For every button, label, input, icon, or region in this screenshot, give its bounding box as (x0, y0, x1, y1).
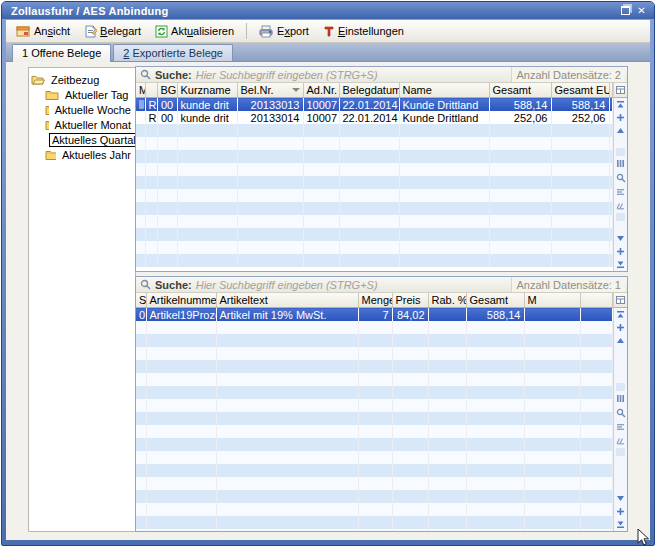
restore-window-button[interactable] (618, 5, 631, 17)
empty-cell (146, 490, 216, 503)
scroll-track[interactable] (614, 137, 627, 232)
empty-cell (358, 503, 392, 516)
column-header-rabatt[interactable]: Rab. % (428, 293, 466, 308)
empty-cell (303, 137, 339, 150)
empty-row (136, 464, 613, 477)
column-header-gesamt[interactable]: Gesamt (489, 83, 551, 98)
scroll-add-button-2[interactable] (615, 506, 626, 517)
scroll-up-button[interactable] (615, 125, 626, 136)
export-button[interactable]: Export (253, 22, 315, 41)
empty-cell (609, 124, 613, 137)
grid-zoom-button[interactable] (615, 407, 626, 418)
tree-root-zeitbezug[interactable]: Zeitbezug (31, 72, 133, 87)
empty-cell (466, 477, 524, 490)
column-header-kurzname[interactable]: Kurzname (177, 83, 237, 98)
tree-item-aktuelles-jahr[interactable]: Aktuelles Jahr (45, 147, 133, 162)
cell: 252,06 (489, 111, 551, 124)
tree-item-aktuelle-woche[interactable]: Aktuelle Woche (45, 102, 133, 117)
einstellungen-button[interactable]: Einstellungen (317, 22, 410, 41)
magnifier-icon (616, 408, 626, 418)
column-chooser-button[interactable] (614, 293, 627, 308)
table-row[interactable]: R 00 kunde drit 20133014 10007 22.01.201… (136, 111, 613, 124)
column-chooser-button[interactable] (614, 83, 627, 98)
empty-cell (136, 464, 146, 477)
tree-item-aktueller-monat[interactable]: Aktueller Monat (45, 117, 133, 132)
empty-cell (145, 150, 157, 163)
column-header-gesamt[interactable]: Gesamt (466, 293, 524, 308)
column-header-m[interactable]: M (136, 83, 145, 98)
column-header-s[interactable]: S (136, 293, 146, 308)
scroll-down-button[interactable] (615, 233, 626, 244)
close-window-button[interactable]: ✕ (635, 5, 648, 17)
empty-cell (146, 399, 216, 412)
empty-cell (177, 189, 237, 202)
empty-cell (580, 477, 613, 490)
scroll-track[interactable] (614, 347, 627, 492)
empty-cell (428, 529, 466, 531)
cell (524, 308, 580, 322)
empty-cell (237, 176, 303, 189)
column-header-belnr[interactable]: Bel.Nr. (237, 83, 303, 98)
scroll-add-button-2[interactable] (615, 246, 626, 257)
documents-search-bar[interactable]: Suche: Hier Suchbegriff eingeben (STRG+S… (136, 67, 627, 83)
scroll-down-button[interactable] (615, 493, 626, 504)
scroll-up-button[interactable] (615, 335, 626, 346)
empty-cell (392, 347, 428, 360)
belegart-button[interactable]: Belegart (78, 22, 147, 41)
ansicht-button[interactable]: Ansicht (10, 22, 76, 41)
empty-cell (358, 360, 392, 373)
grid-tool-button-2[interactable] (615, 435, 626, 446)
empty-cell (216, 516, 358, 529)
empty-row (136, 254, 613, 267)
empty-cell (146, 360, 216, 373)
grid-tool-button-1[interactable] (615, 421, 626, 432)
empty-cell (146, 425, 216, 438)
grid-columns-button[interactable] (615, 158, 626, 169)
column-header-bg[interactable]: BG (157, 83, 177, 98)
tab-exportierte-belege[interactable]: 2 Exportierte Belege (113, 44, 233, 61)
scroll-first-button[interactable] (615, 99, 626, 110)
empty-cell (466, 321, 524, 334)
column-header-menge[interactable]: Menge (358, 293, 392, 308)
empty-cell (551, 124, 609, 137)
column-header-preis[interactable]: Preis (392, 293, 428, 308)
scroll-add-button[interactable] (615, 322, 626, 333)
tree-item-aktueller-tag[interactable]: Aktueller Tag (45, 87, 133, 102)
empty-cell (428, 477, 466, 490)
empty-cell (392, 360, 428, 373)
column-header-artikeltext[interactable]: Artikeltext (216, 293, 358, 308)
empty-cell (136, 477, 146, 490)
aktualisieren-button[interactable]: Aktualisieren (149, 22, 240, 41)
table-row[interactable]: R 00 kunde drit 20133013 10007 22.01.201… (136, 98, 613, 112)
grid-zoom-button[interactable] (615, 172, 626, 183)
column-header-belegdatum[interactable]: Belegdatum (339, 83, 399, 98)
empty-cell (136, 503, 146, 516)
empty-cell (146, 516, 216, 529)
column-header-name[interactable]: Name (399, 83, 489, 98)
tree-item-aktuelles-quartal[interactable]: Aktuelles Quartal (45, 132, 133, 147)
items-search-bar[interactable]: Suche: Hier Suchbegriff eingeben (STRG+S… (136, 277, 627, 293)
tab-offene-belege[interactable]: 1 Offene Belege (12, 44, 111, 62)
scroll-last-button[interactable] (615, 259, 626, 270)
empty-cell (428, 360, 466, 373)
search-label: Suche: (155, 69, 192, 81)
grid-columns-button[interactable] (615, 393, 626, 404)
column-header-gesamt-eur[interactable]: Gesamt EUR (551, 83, 609, 98)
grid-tool-button-1[interactable] (615, 186, 626, 197)
scroll-first-button[interactable] (615, 309, 626, 320)
empty-cell (551, 137, 609, 150)
column-header-adnr[interactable]: Ad.Nr. (303, 83, 339, 98)
scroll-add-button[interactable] (615, 112, 626, 123)
column-header-m[interactable]: M (524, 293, 580, 308)
empty-cell (136, 150, 145, 163)
sort-desc-icon (292, 88, 300, 92)
table-row[interactable]: 0 Artikel19Prozent Artikel mit 19% MwSt.… (136, 308, 613, 322)
empty-cell (524, 334, 580, 347)
column-header-type-icon[interactable] (145, 83, 157, 98)
grid-tool-button-2[interactable] (615, 200, 626, 211)
empty-cell (237, 163, 303, 176)
scroll-last-button[interactable] (615, 519, 626, 530)
empty-cell (466, 464, 524, 477)
column-header-artikelnummer[interactable]: Artikelnummer (146, 293, 216, 308)
empty-cell (580, 464, 613, 477)
